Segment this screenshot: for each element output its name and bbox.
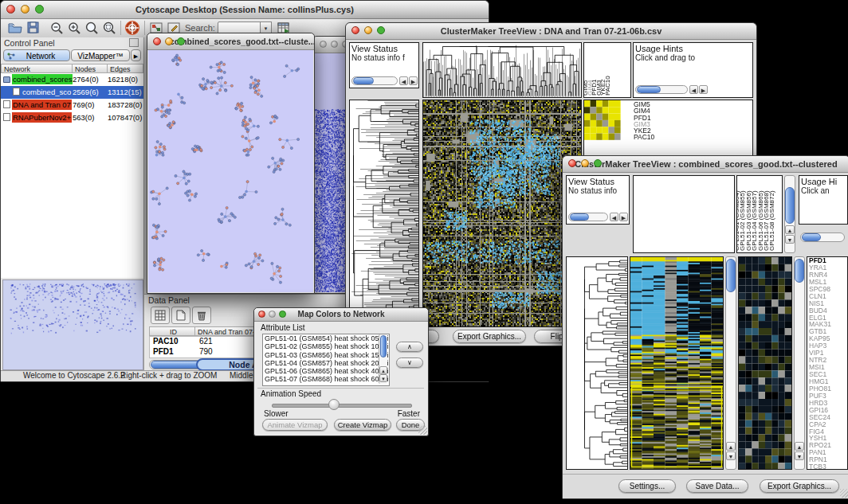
move-up-button[interactable]: ∧	[396, 342, 423, 352]
export-graphics-button[interactable]: Export Graphics...	[453, 330, 526, 343]
create-vizmap-button[interactable]: Create Vizmap	[334, 419, 391, 431]
zoom-window-icon[interactable]	[594, 159, 602, 167]
scroll-up-icon[interactable]: ▲	[785, 225, 795, 234]
scroll-down-icon[interactable]: ▼	[726, 451, 736, 460]
move-down-button[interactable]: ∨	[396, 357, 423, 368]
column-header-edges[interactable]: Edges	[107, 64, 143, 73]
column-labels-vscrollbar[interactable]: ▲ ▼	[784, 175, 795, 253]
view-status-hscrollbar[interactable]	[568, 213, 608, 221]
attribute-item[interactable]: GPL51-01 (GSM854) heat shock 05 min	[263, 334, 389, 342]
minimize-icon[interactable]	[269, 311, 276, 318]
column-dendrogram-panel[interactable]	[633, 175, 735, 253]
scroll-left-icon[interactable]: ◀	[610, 213, 618, 221]
minimize-icon[interactable]	[21, 5, 29, 14]
row-dendrogram-panel[interactable]	[566, 256, 628, 470]
resize-grip[interactable]	[418, 426, 427, 435]
network-list-row[interactable]: combined_scores 2764(0) 16218(0)	[1, 73, 143, 86]
tab-network[interactable]: Network	[3, 49, 70, 61]
scroll-up-icon[interactable]: ▲	[726, 442, 736, 451]
network-canvas[interactable]	[148, 50, 313, 292]
tab-scroll-right-icon[interactable]: ▶	[131, 49, 141, 61]
dialog-titlebar[interactable]: Map Colors to Network	[254, 308, 428, 322]
zoom-window-icon[interactable]	[279, 311, 286, 318]
column-header-nodes[interactable]: Nodes	[72, 64, 108, 73]
row-dendrogram-panel[interactable]	[349, 100, 419, 327]
column-label[interactable]: GPL51-08 (GSM872)	[768, 190, 775, 251]
close-icon[interactable]	[258, 311, 265, 318]
attribute-select-icon[interactable]	[151, 307, 170, 324]
scroll-left-icon[interactable]: ◀	[689, 85, 698, 94]
zoom-window-icon[interactable]	[35, 5, 44, 14]
close-icon[interactable]	[320, 41, 327, 48]
gene-label[interactable]: TCB3	[809, 463, 847, 470]
tab-vizmapper[interactable]: VizMapper™	[71, 49, 130, 61]
column-label[interactable]: PAC10	[604, 76, 611, 96]
network-edges-count: 13112(15)	[108, 86, 142, 98]
zoom-vscrollbar[interactable]: ▲ ▼	[794, 256, 805, 470]
minimize-icon[interactable]	[165, 37, 173, 45]
column-dendrogram-panel[interactable]	[422, 42, 582, 98]
row-label[interactable]: PAC10	[634, 134, 654, 140]
save-data-button[interactable]: Save Data...	[686, 479, 748, 493]
close-icon[interactable]	[351, 26, 359, 34]
network-view-window[interactable]: combined_scores_good.txt--cluste...	[147, 33, 315, 294]
attribute-list-vscrollbar[interactable]: ▲ ▼	[379, 334, 387, 384]
zoom-in-icon[interactable]	[68, 21, 82, 38]
minimize-icon[interactable]	[331, 41, 338, 48]
zoom-window-icon[interactable]	[377, 26, 385, 34]
attribute-item[interactable]: GPL51-03 (GSM856) heat shock 15 min	[263, 351, 389, 359]
scroll-left-icon[interactable]: ◀	[399, 76, 408, 85]
close-icon[interactable]	[6, 5, 15, 14]
network-list-row[interactable]: RNAPuberNov2+ 563(0) 107847(0)	[1, 111, 143, 124]
attribute-item[interactable]: GPL51-02 (GSM855) heat shock 10 min	[263, 342, 389, 350]
heatmap-panel[interactable]	[422, 100, 582, 327]
minimize-icon[interactable]	[364, 26, 372, 34]
network-list-row[interactable]: DNA and Tran 07 769(0) 183728(0)	[1, 99, 143, 111]
treeview2-titlebar[interactable]: ClusterMaker TreeView : combined_scores_…	[563, 156, 848, 173]
animate-vizmap-button[interactable]: Animate Vizmap	[262, 419, 328, 431]
birdseye-view[interactable]	[2, 279, 143, 370]
attribute-item[interactable]: GPL51-07 (GSM868) heat shock 60 min	[263, 375, 389, 383]
scroll-down-icon[interactable]: ▼	[785, 235, 795, 244]
treeview1-titlebar[interactable]: ClusterMaker TreeView : DNA and Tran 07-…	[346, 23, 756, 40]
attribute-item[interactable]: GPL51-06 (GSM865) heat shock 40 min	[263, 367, 389, 375]
close-icon[interactable]	[568, 159, 576, 167]
column-header-network[interactable]: Network	[1, 64, 73, 73]
network-view-titlebar[interactable]: combined_scores_good.txt--cluste...	[147, 33, 314, 50]
zoom-heatmap-panel[interactable]	[738, 256, 792, 470]
zoom-out-icon[interactable]	[50, 21, 65, 38]
scroll-down-icon[interactable]: ▼	[379, 374, 387, 382]
scroll-right-icon[interactable]: ▶	[409, 76, 418, 85]
animation-speed-slider[interactable]	[272, 404, 412, 408]
zoom-window-icon[interactable]	[177, 37, 185, 45]
scroll-up-icon[interactable]: ▲	[795, 442, 804, 451]
float-panel-icon[interactable]	[129, 38, 139, 47]
attribute-item[interactable]: GPL51-04 (GSM857) heat shock 20 min	[263, 359, 389, 367]
view-status-hscrollbar[interactable]	[351, 76, 398, 85]
new-attribute-icon[interactable]	[171, 307, 190, 324]
save-icon[interactable]	[27, 21, 40, 37]
scroll-right-icon[interactable]: ▶	[699, 85, 708, 94]
zoom-fit-icon[interactable]	[85, 21, 100, 38]
main-titlebar[interactable]: Cytoscape Desktop (Session Name: collins…	[1, 1, 489, 19]
scroll-up-icon[interactable]: ▲	[379, 366, 387, 374]
delete-attribute-icon[interactable]	[192, 307, 211, 324]
data-column-id[interactable]: ID	[149, 326, 195, 336]
zoom-selected-icon[interactable]	[103, 21, 117, 38]
selected-cluster-heatmap[interactable]	[584, 100, 621, 140]
minimize-icon[interactable]	[581, 159, 589, 167]
gene-list-hscrollbar[interactable]	[800, 232, 845, 242]
scroll-down-icon[interactable]: ▼	[795, 451, 804, 460]
export-graphics-button[interactable]: Export Graphics...	[760, 479, 839, 493]
open-icon[interactable]	[8, 21, 22, 37]
slider-thumb[interactable]	[328, 399, 340, 410]
heatmap-vscrollbar[interactable]: ▲ ▼	[725, 256, 736, 470]
scroll-right-icon[interactable]: ▶	[619, 213, 628, 221]
heatmap-panel[interactable]	[630, 256, 724, 470]
close-icon[interactable]	[153, 37, 161, 45]
network-list-row[interactable]: combined_sco 2569(6) 13112(15)	[1, 86, 143, 99]
usage-hints-hscrollbar[interactable]	[635, 85, 688, 94]
resize-grip[interactable]	[840, 489, 848, 498]
help-lifering-icon[interactable]	[125, 21, 140, 39]
settings-button[interactable]: Settings...	[618, 479, 676, 493]
